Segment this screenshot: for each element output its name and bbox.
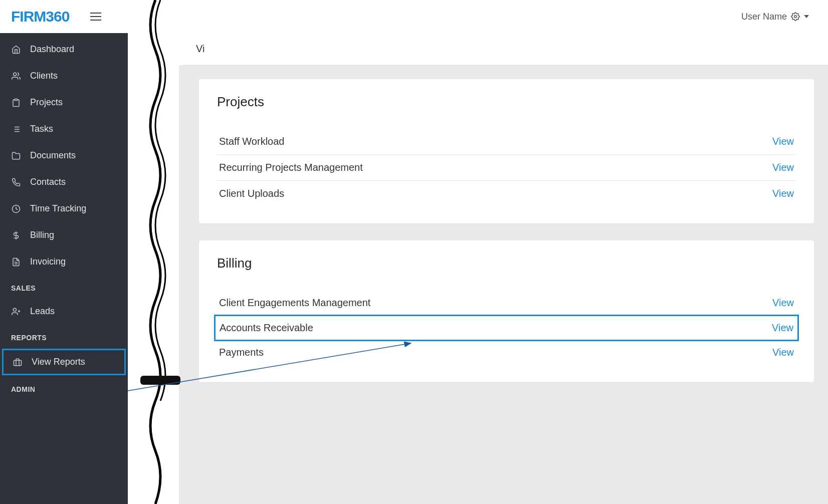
- clock-icon: [11, 204, 21, 214]
- view-link[interactable]: View: [772, 347, 794, 358]
- sidebar-item-label: Clients: [30, 71, 58, 81]
- card-title: Billing: [217, 256, 796, 271]
- file-icon: [11, 257, 21, 267]
- sidebar-item-label: Dashboard: [30, 44, 74, 55]
- svg-point-1: [14, 73, 17, 76]
- report-row-client-engagements: Client Engagements Management View: [217, 290, 796, 316]
- folder-icon: [11, 151, 21, 161]
- users-icon: [11, 71, 21, 81]
- svg-point-13: [13, 308, 16, 311]
- sidebar-item-label: Invoicing: [30, 257, 66, 267]
- sidebar-item-label: Time Tracking: [30, 203, 86, 214]
- sidebar-item-label: Documents: [30, 150, 76, 161]
- view-link[interactable]: View: [772, 297, 794, 309]
- sidebar-item-clients[interactable]: Clients: [0, 63, 128, 89]
- header: FIRM360 User Name: [0, 0, 828, 33]
- breadcrumb-text: Vi: [196, 43, 204, 55]
- content-area: Projects Staff Workload View Recurring P…: [179, 65, 828, 504]
- user-plus-icon: [11, 307, 21, 317]
- report-label: Payments: [219, 347, 264, 358]
- card-projects: Projects Staff Workload View Recurring P…: [199, 79, 814, 223]
- svg-rect-16: [14, 360, 22, 366]
- sidebar-item-billing[interactable]: Billing: [0, 222, 128, 248]
- report-label: Accounts Receivable: [220, 322, 313, 334]
- sidebar-item-view-reports[interactable]: View Reports: [2, 349, 126, 375]
- sidebar-item-leads[interactable]: Leads: [0, 298, 128, 325]
- sidebar-item-label: Contacts: [30, 177, 66, 187]
- clipboard-icon: [11, 98, 21, 108]
- sidebar-item-time-tracking[interactable]: Time Tracking: [0, 195, 128, 222]
- sidebar-item-label: Leads: [30, 306, 55, 317]
- svg-rect-2: [15, 99, 18, 100]
- card-title: Projects: [217, 94, 796, 110]
- sidebar: Dashboard Clients Projects Tasks Documen…: [0, 33, 128, 504]
- card-billing: Billing Client Engagements Management Vi…: [199, 240, 814, 382]
- sidebar-item-contacts[interactable]: Contacts: [0, 169, 128, 195]
- sidebar-item-dashboard[interactable]: Dashboard: [0, 36, 128, 63]
- dollar-icon: [11, 230, 21, 240]
- report-row-staff-workload: Staff Workload View: [217, 129, 796, 155]
- sidebar-item-invoicing[interactable]: Invoicing: [0, 248, 128, 275]
- home-icon: [11, 45, 21, 55]
- view-link[interactable]: View: [772, 136, 794, 147]
- sidebar-section-sales: SALES: [0, 275, 128, 298]
- view-link[interactable]: View: [772, 162, 794, 173]
- gear-icon: [791, 12, 800, 21]
- list-icon: [11, 124, 21, 134]
- sidebar-item-label: Projects: [30, 97, 63, 108]
- phone-icon: [11, 177, 21, 187]
- sidebar-item-tasks[interactable]: Tasks: [0, 116, 128, 142]
- sidebar-item-label: Billing: [30, 230, 54, 240]
- sidebar-item-projects[interactable]: Projects: [0, 89, 128, 116]
- report-row-payments: Payments View: [217, 340, 796, 365]
- report-row-recurring-projects: Recurring Projects Management View: [217, 155, 796, 181]
- caret-down-icon: [804, 15, 809, 18]
- report-label: Recurring Projects Management: [219, 162, 363, 173]
- user-name-label: User Name: [741, 12, 787, 22]
- view-link[interactable]: View: [772, 188, 794, 199]
- sidebar-section-reports: REPORTS: [0, 325, 128, 348]
- hamburger-menu-icon[interactable]: [90, 13, 101, 21]
- svg-point-0: [794, 16, 797, 18]
- report-label: Client Uploads: [219, 188, 284, 199]
- breadcrumb-strip: Vi: [183, 33, 828, 65]
- briefcase-icon: [13, 357, 23, 367]
- report-label: Staff Workload: [219, 136, 284, 147]
- main-area: Vi Projects Staff Workload View Recurrin…: [128, 33, 828, 504]
- sidebar-item-documents[interactable]: Documents: [0, 142, 128, 169]
- user-menu[interactable]: User Name: [741, 12, 818, 22]
- report-row-client-uploads: Client Uploads View: [217, 181, 796, 206]
- sidebar-item-label: View Reports: [32, 357, 85, 367]
- view-link[interactable]: View: [772, 322, 793, 334]
- sidebar-section-admin: ADMIN: [0, 376, 128, 399]
- report-row-accounts-receivable: Accounts Receivable View: [214, 315, 799, 341]
- sidebar-item-label: Tasks: [30, 124, 53, 134]
- logo: FIRM360: [11, 8, 69, 25]
- report-label: Client Engagements Management: [219, 297, 370, 309]
